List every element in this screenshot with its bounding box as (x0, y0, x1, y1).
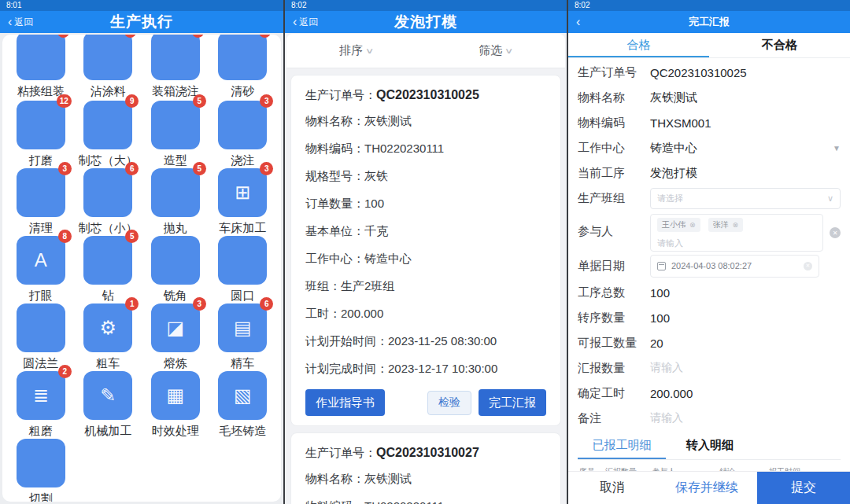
filter-dropdown[interactable]: 筛选 ∨ (426, 34, 565, 68)
field-label: 当前工序 (578, 166, 650, 181)
field-current-process: 当前工序 发泡打模 (578, 160, 841, 186)
app-item[interactable]: ⊞3车床加工 (209, 168, 277, 236)
order-field: 工作中心：铸造中心 (305, 245, 546, 273)
order-actions: 作业指导书检验完工汇报 (305, 389, 546, 416)
app-item[interactable]: ✎机械加工 (75, 371, 142, 439)
app-grid: 粘接组装沾涂料装箱浇注清砂12打磨9制芯（大）5造型3浇注3清理6制芯（小）5抛… (7, 38, 276, 502)
field-remark: 备注 请输入 (578, 406, 841, 431)
badge: 6 (260, 297, 273, 311)
order-button[interactable]: 完工汇报 (479, 389, 546, 416)
tab-unqualified[interactable]: 不合格 (709, 33, 850, 57)
app-item[interactable]: 5抛丸 (142, 168, 209, 236)
app-item[interactable]: 3浇注 (209, 101, 277, 168)
sort-dropdown[interactable]: 排序 ∨ (286, 34, 426, 68)
app-icon: 5 (151, 168, 200, 217)
app-icon (151, 236, 200, 285)
badge (259, 35, 271, 38)
clear-icon[interactable]: ✕ (804, 262, 812, 270)
participant-tag[interactable]: 王小伟⊗ (657, 218, 700, 232)
participant-tags: 王小伟⊗张洋⊗ (657, 218, 816, 232)
app-label: 装箱浇注 (152, 84, 199, 99)
action-bar: 取消 保存并继续 提交 (568, 472, 850, 504)
save-continue-button[interactable]: 保存并继续 (656, 472, 757, 504)
app-item[interactable]: 粘接组装 (7, 38, 75, 101)
app-item[interactable]: A8打眼 (7, 236, 75, 304)
field-label: 工序总数 (578, 285, 650, 300)
field-label: 备注 (578, 411, 650, 426)
order-button[interactable]: 作业指导书 (305, 389, 385, 416)
app-item[interactable]: 12打磨 (7, 101, 75, 168)
nav-bar: 完工汇报 ‹ (568, 11, 850, 33)
app-item[interactable]: ⚙1粗车 (75, 304, 142, 371)
field-participants: 参与人 王小伟⊗张洋⊗ 请输入 ✕ (578, 211, 841, 252)
field-value: THXSM001 (650, 116, 711, 130)
remark-input[interactable]: 请输入 (650, 411, 683, 425)
app-item[interactable]: 铣角 (142, 236, 209, 304)
app-item[interactable]: ≣2粗磨 (7, 371, 75, 439)
app-item[interactable]: 清砂 (209, 38, 277, 101)
participant-tag[interactable]: 张洋⊗ (708, 218, 744, 232)
field-value: 20 (650, 337, 663, 350)
app-item[interactable]: 装箱浇注 (142, 38, 209, 101)
field-value: 铸造中心 (650, 141, 697, 156)
badge: 2 (58, 365, 72, 378)
stage: 8:01 生产执行 ‹ 返回 粘接组装沾涂料装箱浇注清砂12打磨9制芯（大）5造… (0, 0, 850, 504)
production-body: 粘接组装沾涂料装箱浇注清砂12打磨9制芯（大）5造型3浇注3清理6制芯（小）5抛… (0, 33, 283, 504)
team-select[interactable]: 请选择 ∨ (650, 188, 841, 209)
app-label: 抛丸 (164, 221, 187, 236)
field-label: 可报工数量 (578, 336, 650, 351)
participants-input[interactable]: 王小伟⊗张洋⊗ 请输入 (650, 214, 823, 252)
back-button[interactable]: ‹ (576, 16, 580, 28)
remove-tag-icon[interactable]: ⊗ (689, 221, 696, 229)
app-label: 造型 (164, 153, 187, 168)
badge: 12 (57, 94, 72, 108)
field-label: 生产订单号 (578, 65, 650, 80)
date-picker[interactable]: 2024-04-03 08:02:27 ✕ (650, 255, 819, 278)
app-item[interactable]: 圆法兰 (7, 304, 75, 371)
app-label: 圆口 (231, 289, 254, 304)
tab-qualified[interactable]: 合格 (568, 33, 709, 57)
document-icon: ≣2 (17, 371, 65, 420)
app-item[interactable]: 沾涂料 (75, 38, 142, 101)
back-button[interactable]: ‹ 返回 (8, 16, 33, 29)
badge: 3 (260, 162, 273, 175)
app-item[interactable]: 5钻 (75, 236, 142, 304)
status-bar: 8:01 (0, 0, 283, 11)
app-item[interactable]: ▧毛坯铸造 (209, 371, 277, 439)
status-time: 8:02 (575, 1, 589, 9)
app-item[interactable]: ▦时效处理 (142, 371, 209, 439)
submit-button[interactable]: 提交 (757, 472, 850, 504)
badge: 3 (260, 94, 273, 108)
app-item[interactable]: 9制芯（大） (75, 101, 142, 168)
back-button[interactable]: ‹ 返回 (293, 16, 318, 29)
result-tabs: 合格 不合格 (568, 33, 850, 58)
order-button[interactable]: 检验 (427, 391, 471, 415)
app-label: 毛坯铸造 (219, 424, 266, 439)
clear-icon[interactable]: ✕ (830, 227, 841, 238)
calendar-icon (657, 262, 666, 270)
field-reportable-qty: 可报工数量 20 (578, 330, 841, 355)
tab-reported-detail[interactable]: 已报工明细 (578, 434, 666, 459)
chevron-down-icon: ∨ (827, 193, 833, 204)
app-item[interactable]: 6制芯（小） (75, 168, 142, 236)
app-item[interactable]: 切割 (7, 439, 75, 502)
app-item[interactable]: ◪3熔炼 (142, 304, 209, 371)
page-title: 发泡打模 (285, 12, 567, 32)
badge: 3 (193, 297, 206, 311)
field-label: 确定工时 (578, 386, 650, 401)
order-field: 物料编码：TH0220230111 (305, 493, 546, 504)
app-item[interactable]: 5造型 (142, 101, 209, 168)
field-value: 发泡打模 (650, 166, 697, 181)
field-label: 物料编码 (578, 116, 650, 131)
remove-tag-icon[interactable]: ⊗ (733, 221, 739, 229)
report-qty-input[interactable]: 请输入 (650, 361, 683, 375)
tab-transfer-detail[interactable]: 转入明细 (666, 434, 754, 459)
field-label: 转序数量 (578, 311, 650, 326)
app-item[interactable]: 圆口 (209, 236, 277, 304)
dropdown-arrow-icon[interactable]: ▼ (833, 144, 841, 153)
report-form: 生产订单号 QC202310310025 物料名称 灰铁测试 物料编码 THXS… (568, 58, 850, 504)
cancel-button[interactable]: 取消 (568, 472, 656, 504)
app-item[interactable]: ▤6精车 (209, 304, 277, 371)
order-field: 基本单位：千克 (305, 218, 546, 245)
app-item[interactable]: 3清理 (7, 168, 75, 236)
